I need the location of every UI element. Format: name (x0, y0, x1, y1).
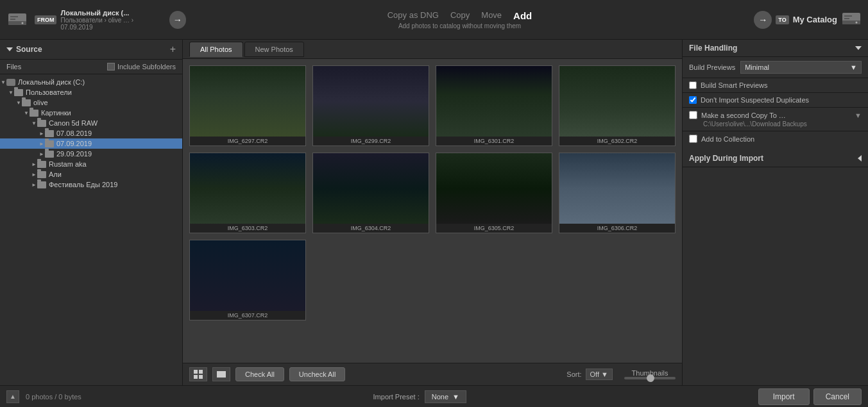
photo-filename: IMG_6306.CR2 (597, 224, 638, 233)
photo-image (559, 153, 675, 224)
tree-label: Фестиваль Еды 2019 (49, 181, 117, 188)
top-bar-right: → TO My Catalog (733, 10, 862, 29)
make-second-copy-arrow[interactable]: ▼ (855, 112, 862, 119)
tree-label: Canon 5d RAW (49, 119, 98, 127)
photo-filename: IMG_6303.CR2 (228, 224, 268, 233)
file-tree: ▼Локальный диск (C:)▼Пользователи▼olive▼… (0, 74, 182, 385)
source-panel-header: Source + (0, 40, 182, 60)
tree-item[interactable]: ▼Canon 5d RAW (0, 118, 182, 128)
tree-item[interactable]: ►07.08.2019 (0, 128, 182, 138)
tree-item[interactable]: ►Али (0, 169, 182, 179)
tree-item[interactable]: ▼Локальный диск (C:) (0, 77, 182, 87)
photos-tab-bar: All Photos New Photos (183, 40, 682, 59)
copy-as-dng-action[interactable]: Copy as DNG (387, 10, 439, 21)
photo-filename: IMG_6302.CR2 (597, 137, 638, 145)
folder-icon (45, 130, 54, 137)
photo-thumb[interactable]: IMG_6307.CR2 (189, 240, 306, 320)
tree-label: Локальный диск (C:) (18, 78, 85, 86)
thumbnails-slider-handle[interactable] (647, 374, 654, 382)
top-bar-left: FROM Локальный диск (... Пользователи › … (6, 8, 186, 31)
center-bottom-bar: Check All Uncheck All Sort: Off ▼ Thumbn… (183, 363, 682, 385)
import-preset-dropdown[interactable]: None ▼ (425, 390, 466, 403)
include-subfolders[interactable]: Include Subfolders (107, 63, 176, 71)
tree-item[interactable]: ▼Картинки (0, 108, 182, 118)
tree-label: Rustam aka (49, 160, 87, 168)
drive-info: Локальный диск (... Пользователи › olive… (60, 9, 161, 31)
photo-filename: IMG_6299.CR2 (351, 137, 391, 145)
file-handling-title: File Handling (689, 44, 737, 53)
grid-view-button[interactable] (189, 367, 207, 381)
folder-icon (45, 151, 54, 158)
import-preset-area: Import Preset : None ▼ (88, 390, 752, 403)
tree-label: 07.09.2019 (56, 140, 92, 147)
tree-item[interactable]: ►29.09.2019 (0, 149, 182, 159)
folder-icon (22, 99, 31, 106)
thumbnails-slider[interactable] (624, 377, 676, 379)
build-smart-previews-checkbox[interactable] (689, 81, 697, 89)
tab-all-photos[interactable]: All Photos (189, 42, 243, 57)
photo-image (313, 153, 429, 224)
svg-point-2 (21, 22, 23, 24)
photo-thumb[interactable]: IMG_6302.CR2 (559, 65, 676, 146)
tree-label: olive (33, 99, 48, 106)
preset-dropdown-arrow: ▼ (452, 393, 459, 401)
list-view-button[interactable] (212, 367, 230, 381)
expand-button[interactable]: ▲ (6, 390, 19, 403)
tree-item[interactable]: ►Rustam aka (0, 159, 182, 169)
copy-action[interactable]: Copy (450, 10, 470, 21)
build-previews-row: Build Previews Minimal ▼ (683, 57, 868, 78)
tree-arrow: ► (31, 182, 37, 188)
tree-item[interactable]: ▼olive (0, 97, 182, 108)
include-subfolders-checkbox[interactable] (107, 63, 115, 71)
copy-path: C:\Users\olive\...\Download Backups (689, 120, 862, 128)
sort-dropdown[interactable]: Off ▼ (586, 369, 613, 380)
to-badge: TO (776, 15, 788, 24)
file-handling-header: File Handling (683, 40, 868, 57)
move-action[interactable]: Move (481, 10, 502, 21)
photo-thumb[interactable]: IMG_6303.CR2 (189, 153, 306, 233)
import-actions: Copy as DNG Copy Move Add (387, 10, 532, 21)
photo-thumb[interactable]: IMG_6305.CR2 (436, 153, 552, 233)
make-second-copy-header: Make a second Copy To … ▼ (689, 111, 862, 119)
files-row: Files Include Subfolders (0, 60, 182, 74)
photo-image (190, 66, 305, 137)
check-all-button[interactable]: Check All (235, 367, 284, 381)
photo-thumb[interactable]: IMG_6301.CR2 (436, 65, 552, 146)
dont-import-duplicates-checkbox[interactable] (689, 96, 697, 104)
tab-new-photos[interactable]: New Photos (244, 42, 304, 57)
folder-icon (37, 181, 46, 188)
photo-thumb[interactable]: IMG_6304.CR2 (312, 153, 429, 233)
photo-thumb[interactable]: IMG_6297.CR2 (189, 65, 306, 146)
build-smart-previews-row: Build Smart Previews (683, 78, 868, 93)
main-content: Source + Files Include Subfolders ▼Локал… (0, 40, 868, 385)
photo-filename: IMG_6307.CR2 (228, 311, 268, 320)
source-add-button[interactable]: + (170, 44, 176, 55)
photo-thumb[interactable]: IMG_6299.CR2 (312, 65, 429, 146)
apply-during-import-label: Apply During Import (689, 154, 763, 163)
uncheck-all-button[interactable]: Uncheck All (289, 367, 345, 381)
make-second-copy-label: Make a second Copy To … (701, 112, 786, 119)
source-collapse-icon[interactable] (6, 47, 13, 51)
destination-arrow-button[interactable]: → (754, 11, 772, 29)
build-previews-arrow: ▼ (850, 63, 857, 71)
photo-thumb[interactable]: IMG_6306.CR2 (559, 153, 676, 233)
import-button[interactable]: Import (758, 388, 810, 405)
make-second-copy-row: Make a second Copy To … ▼ C:\Users\olive… (683, 108, 868, 131)
catalog-icon (841, 10, 862, 29)
source-arrow-button[interactable]: → (169, 11, 186, 29)
thumbnails-control: Thumbnails (624, 369, 676, 379)
apply-during-import-icon[interactable] (858, 155, 862, 162)
add-action[interactable]: Add (513, 10, 532, 21)
svg-rect-10 (194, 370, 198, 374)
make-second-copy-checkbox[interactable] (689, 111, 697, 119)
cancel-button[interactable]: Cancel (813, 388, 862, 405)
tree-item[interactable]: ►Фестиваль Еды 2019 (0, 179, 182, 190)
tree-arrow: ▼ (8, 90, 14, 96)
add-to-collection-checkbox[interactable] (689, 135, 697, 143)
import-subtitle: Add photos to catalog without moving the… (398, 22, 521, 29)
file-handling-collapse-icon[interactable] (855, 46, 862, 50)
tree-item[interactable]: ►07.09.2019 (0, 138, 182, 149)
svg-rect-11 (199, 370, 203, 374)
tree-item[interactable]: ▼Пользователи (0, 87, 182, 97)
build-previews-dropdown[interactable]: Minimal ▼ (740, 61, 862, 74)
